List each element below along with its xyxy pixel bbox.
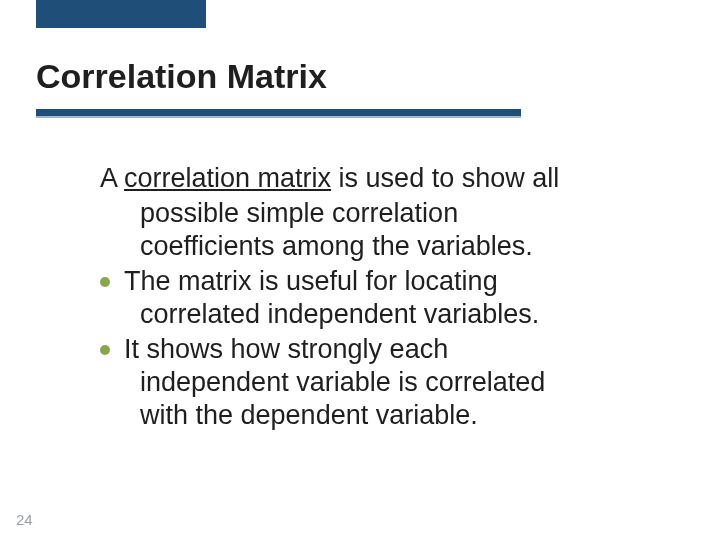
title-underline-bar	[36, 109, 521, 118]
bullet-1-line1: The matrix is useful for locating	[124, 265, 660, 298]
lead-paragraph: A correlation matrix is used to show all	[100, 162, 660, 195]
slide-body: A correlation matrix is used to show all…	[100, 162, 660, 432]
lead-line3: coefficients among the variables.	[100, 230, 660, 263]
slide-title: Correlation Matrix	[36, 58, 684, 95]
lead-text-part1: A	[100, 163, 124, 193]
bullet-text: It shows how strongly each	[124, 333, 660, 366]
slide-title-area: Correlation Matrix	[36, 58, 684, 118]
page-number: 24	[16, 511, 33, 528]
bullet-1-line2: correlated independent variables.	[100, 298, 660, 331]
bullet-icon	[100, 277, 110, 287]
bullet-2-line3: with the dependent variable.	[100, 399, 660, 432]
bullet-item: The matrix is useful for locating	[100, 265, 660, 298]
bullet-icon	[100, 345, 110, 355]
bullet-item: It shows how strongly each	[100, 333, 660, 366]
bullet-2-line1: It shows how strongly each	[124, 333, 660, 366]
lead-text-underlined: correlation matrix	[124, 163, 331, 193]
accent-corner-tab	[36, 0, 206, 28]
lead-text-part2: is used to show all	[331, 163, 559, 193]
bullet-2-line2: independent variable is correlated	[100, 366, 660, 399]
lead-line2: possible simple correlation	[100, 197, 660, 230]
bullet-text: The matrix is useful for locating	[124, 265, 660, 298]
